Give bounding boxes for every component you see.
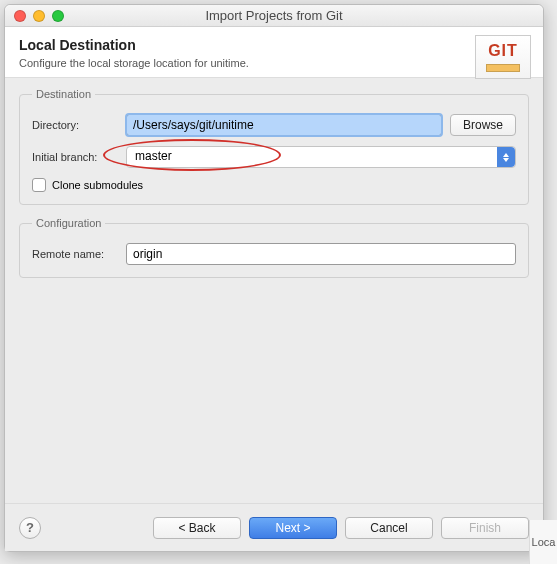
- directory-input[interactable]: [126, 114, 442, 136]
- clone-submodules-checkbox[interactable]: [32, 178, 46, 192]
- help-button[interactable]: ?: [19, 517, 41, 539]
- chevron-updown-icon: [497, 147, 515, 167]
- page-title: Local Destination: [19, 37, 529, 53]
- clone-submodules-label[interactable]: Clone submodules: [52, 179, 143, 191]
- wizard-footer: ? < Back Next > Cancel Finish: [5, 503, 543, 551]
- dialog-window: Import Projects from Git Local Destinati…: [4, 4, 544, 552]
- background-window-fragment: Loca: [529, 520, 557, 564]
- initial-branch-value: master: [135, 149, 172, 163]
- titlebar: Import Projects from Git: [5, 5, 543, 27]
- destination-legend: Destination: [32, 88, 95, 100]
- remote-name-row: Remote name:: [32, 243, 516, 265]
- initial-branch-label: Initial branch:: [32, 151, 118, 163]
- wizard-content: Destination Directory: Browse Initial br…: [5, 78, 543, 503]
- clone-submodules-row: Clone submodules: [32, 178, 516, 192]
- cancel-button[interactable]: Cancel: [345, 517, 433, 539]
- finish-button: Finish: [441, 517, 529, 539]
- initial-branch-select[interactable]: master: [126, 146, 516, 168]
- git-logo-icon: GIT: [475, 35, 531, 79]
- wizard-header: Local Destination Configure the local st…: [5, 27, 543, 78]
- directory-row: Directory: Browse: [32, 114, 516, 136]
- initial-branch-row: Initial branch: master: [32, 146, 516, 168]
- remote-name-input[interactable]: [126, 243, 516, 265]
- configuration-group: Configuration Remote name:: [19, 217, 529, 278]
- destination-group: Destination Directory: Browse Initial br…: [19, 88, 529, 205]
- configuration-legend: Configuration: [32, 217, 105, 229]
- browse-button[interactable]: Browse: [450, 114, 516, 136]
- remote-name-label: Remote name:: [32, 248, 118, 260]
- directory-label: Directory:: [32, 119, 118, 131]
- page-subtitle: Configure the local storage location for…: [19, 57, 529, 69]
- back-button[interactable]: < Back: [153, 517, 241, 539]
- window-title: Import Projects from Git: [5, 8, 543, 23]
- next-button[interactable]: Next >: [249, 517, 337, 539]
